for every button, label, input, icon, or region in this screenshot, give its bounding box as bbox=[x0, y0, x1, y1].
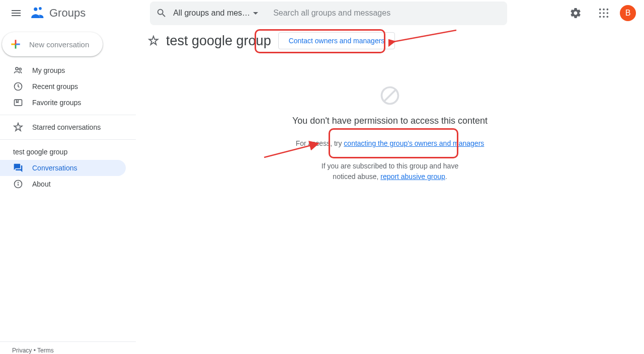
footer-sep: • bbox=[32, 347, 37, 354]
apps-icon bbox=[598, 8, 609, 19]
sidebar-group-name: test google group bbox=[0, 144, 136, 160]
svg-point-3 bbox=[603, 9, 605, 11]
app-name: Groups bbox=[49, 7, 86, 20]
sidebar-item-starred[interactable]: Starred conversations bbox=[0, 119, 136, 135]
plus-icon bbox=[9, 38, 22, 51]
empty-state: You don't have permission to access this… bbox=[148, 84, 632, 182]
contact-owners-button[interactable]: Contact owners and managers bbox=[278, 32, 395, 49]
sidebar-item-my-groups[interactable]: My groups bbox=[0, 62, 136, 78]
svg-point-8 bbox=[599, 16, 601, 18]
sidebar-item-label: Conversations bbox=[32, 164, 77, 172]
avatar-initial: B bbox=[625, 9, 631, 18]
abuse-text: If you are subscribed to this group and … bbox=[314, 161, 465, 182]
account-avatar[interactable]: B bbox=[620, 5, 636, 21]
svg-point-10 bbox=[607, 16, 609, 18]
search-input[interactable] bbox=[273, 9, 501, 18]
divider bbox=[0, 115, 136, 115]
star-group-button[interactable] bbox=[148, 35, 159, 46]
search-bar[interactable]: All groups and mes… bbox=[150, 2, 507, 25]
access-hint: For access, try contacting the group's o… bbox=[287, 135, 494, 152]
report-abuse-link[interactable]: report abusive group bbox=[380, 172, 445, 181]
app-logo[interactable]: Groups bbox=[29, 5, 86, 22]
contact-owners-link[interactable]: contacting the group's owners and manage… bbox=[344, 139, 484, 147]
header-actions: B bbox=[564, 1, 640, 25]
svg-point-7 bbox=[607, 12, 609, 14]
forum-icon bbox=[13, 163, 23, 173]
star-outline-icon bbox=[13, 122, 23, 132]
search-icon bbox=[156, 8, 167, 19]
svg-point-0 bbox=[34, 8, 37, 11]
svg-point-4 bbox=[607, 9, 609, 11]
block-icon bbox=[379, 84, 401, 107]
sidebar-item-label: Favorite groups bbox=[32, 99, 81, 107]
sidebar-item-favorite-groups[interactable]: Favorite groups bbox=[0, 95, 136, 111]
sidebar-item-recent-groups[interactable]: Recent groups bbox=[0, 78, 136, 95]
sidebar-item-label: My groups bbox=[32, 66, 65, 74]
terms-link[interactable]: Terms bbox=[37, 347, 54, 354]
svg-point-1 bbox=[39, 7, 42, 10]
privacy-link[interactable]: Privacy bbox=[12, 347, 32, 354]
svg-point-5 bbox=[599, 12, 601, 14]
main-menu-button[interactable] bbox=[4, 1, 28, 25]
sidebar-footer: Privacy • Terms bbox=[0, 341, 136, 354]
sidebar-item-about[interactable]: About bbox=[0, 176, 136, 192]
star-outline-icon bbox=[148, 35, 159, 46]
people-icon bbox=[13, 65, 23, 75]
settings-button[interactable] bbox=[564, 1, 588, 25]
search-scope-dropdown[interactable]: All groups and mes… bbox=[173, 9, 263, 18]
sidebar-item-label: Recent groups bbox=[32, 82, 78, 91]
new-conversation-label: New conversation bbox=[29, 40, 89, 49]
main-content: test google group Contact owners and man… bbox=[136, 26, 644, 354]
abuse-suffix: . bbox=[445, 172, 447, 181]
sidebar-item-label: Starred conversations bbox=[32, 123, 101, 131]
new-conversation-button[interactable]: New conversation bbox=[2, 32, 103, 56]
access-prefix: For access, try bbox=[296, 139, 344, 147]
sidebar-item-label: About bbox=[32, 180, 51, 188]
groups-logo-icon bbox=[29, 5, 46, 22]
sidebar-item-conversations[interactable]: Conversations bbox=[0, 160, 126, 176]
search-scope-label: All groups and mes… bbox=[173, 9, 250, 18]
app-header: Groups All groups and mes… B bbox=[0, 0, 644, 26]
divider bbox=[0, 139, 136, 140]
svg-point-2 bbox=[599, 9, 601, 11]
clock-icon bbox=[13, 81, 23, 92]
info-icon bbox=[13, 179, 23, 189]
svg-point-12 bbox=[19, 68, 21, 70]
svg-point-11 bbox=[16, 67, 18, 70]
dropdown-icon bbox=[253, 12, 258, 15]
svg-point-9 bbox=[603, 16, 605, 18]
svg-point-6 bbox=[603, 12, 605, 14]
body-container: New conversation My groups Recent groups… bbox=[0, 26, 644, 354]
svg-point-17 bbox=[18, 182, 19, 183]
gear-icon bbox=[570, 7, 582, 19]
title-row: test google group Contact owners and man… bbox=[148, 32, 632, 49]
no-permission-heading: You don't have permission to access this… bbox=[292, 116, 488, 126]
sidebar: New conversation My groups Recent groups… bbox=[0, 26, 136, 354]
apps-button[interactable] bbox=[592, 1, 616, 25]
hamburger-icon bbox=[10, 7, 22, 19]
bookmark-icon bbox=[13, 98, 23, 108]
group-title: test google group bbox=[166, 33, 271, 49]
